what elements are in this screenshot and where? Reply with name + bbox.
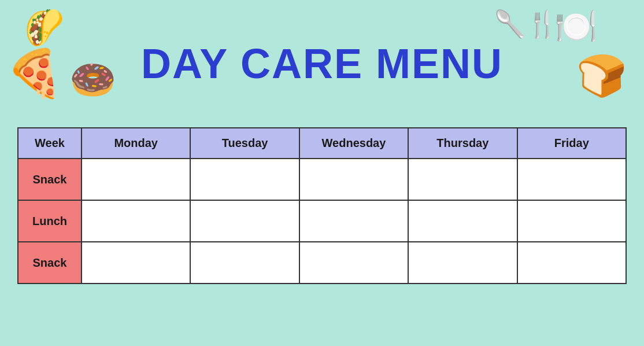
- cell-snack2-wednesday[interactable]: [299, 242, 408, 284]
- col-monday: Monday: [82, 128, 190, 159]
- col-week: Week: [18, 128, 82, 159]
- header: 🌮 🍕 🍩 DAY CARE MENU 🥄🍴 🍽️ 🍞: [0, 0, 644, 127]
- cell-lunch-wednesday[interactable]: [299, 200, 408, 242]
- taco-icon: 🌮: [17, 0, 72, 53]
- row-label-snack-2: Snack: [18, 242, 82, 284]
- col-friday: Friday: [517, 128, 626, 159]
- pizza-icon: 🍕: [6, 46, 64, 101]
- col-wednesday: Wednesday: [299, 128, 408, 159]
- table-body: Snack Lunch Snack: [18, 159, 626, 284]
- col-thursday: Thursday: [408, 128, 517, 159]
- cell-snack2-thursday[interactable]: [408, 242, 517, 284]
- cell-lunch-tuesday[interactable]: [190, 200, 299, 242]
- header-row: Week Monday Tuesday Wednesday Thursday F…: [18, 128, 626, 159]
- menu-table: Week Monday Tuesday Wednesday Thursday F…: [17, 127, 627, 284]
- cell-snack1-monday[interactable]: [82, 159, 190, 200]
- cell-snack2-friday[interactable]: [517, 242, 626, 284]
- cell-snack1-tuesday[interactable]: [190, 159, 299, 200]
- table-row: Snack: [18, 159, 626, 200]
- plate-icon: 🍽️: [554, 6, 598, 47]
- table-header: Week Monday Tuesday Wednesday Thursday F…: [18, 128, 626, 159]
- table-row: Lunch: [18, 200, 626, 242]
- cell-snack1-thursday[interactable]: [408, 159, 517, 200]
- cell-snack1-friday[interactable]: [517, 159, 626, 200]
- table-row: Snack: [18, 242, 626, 284]
- bread-icon: 🍞: [576, 52, 627, 100]
- cell-snack1-wednesday[interactable]: [299, 159, 408, 200]
- cell-lunch-thursday[interactable]: [408, 200, 517, 242]
- row-label-snack-1: Snack: [18, 159, 82, 200]
- utensils-icon: 🥄🍴: [494, 9, 558, 39]
- buns-icon: 🍩: [69, 58, 116, 102]
- menu-table-container: Week Monday Tuesday Wednesday Thursday F…: [17, 127, 627, 284]
- row-label-lunch: Lunch: [18, 200, 82, 242]
- col-tuesday: Tuesday: [190, 128, 299, 159]
- cell-snack2-monday[interactable]: [82, 242, 190, 284]
- cell-lunch-friday[interactable]: [517, 200, 626, 242]
- cell-lunch-monday[interactable]: [82, 200, 190, 242]
- cell-snack2-tuesday[interactable]: [190, 242, 299, 284]
- page-title: DAY CARE MENU: [141, 40, 503, 87]
